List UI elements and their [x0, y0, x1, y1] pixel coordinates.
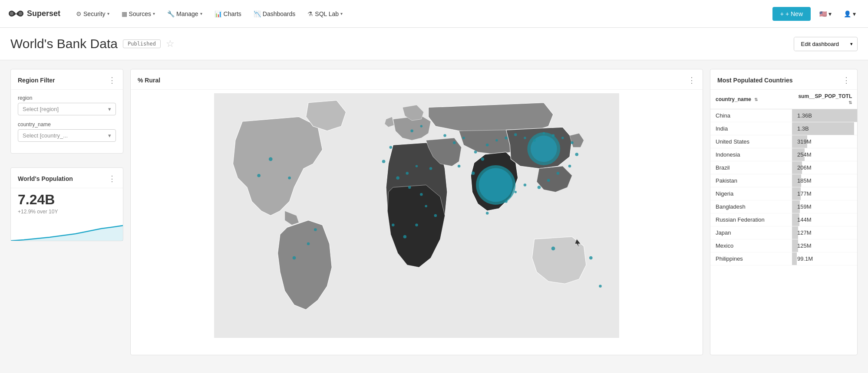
population-value-cell: 206M — [792, 161, 857, 174]
population-value: 7.24B — [11, 188, 123, 208]
country-name-cell: Bangladesh — [710, 200, 792, 213]
table-row: Russian Federation 144M — [710, 213, 857, 226]
country-name-cell: United States — [710, 135, 792, 148]
country-select-chevron-icon: ▾ — [108, 132, 111, 139]
map-body — [131, 90, 703, 341]
svg-point-15 — [382, 160, 386, 163]
region-filter-body: region Select [region] ▾ country_name Se… — [11, 90, 123, 153]
table-menu-icon[interactable]: ⋮ — [842, 75, 850, 85]
edit-dashboard-controls: Edit dashboard ▾ — [794, 37, 858, 51]
sources-chevron-icon: ▾ — [153, 11, 155, 16]
svg-point-51 — [434, 214, 437, 217]
dashboards-icon: 📉 — [254, 10, 261, 17]
nav-item-charts[interactable]: 📊 Charts — [209, 7, 247, 21]
svg-point-49 — [420, 193, 423, 196]
svg-point-29 — [543, 132, 545, 134]
population-panel: World's Population ⋮ 7.24B +12.9% over 1… — [10, 167, 123, 241]
table-title: Most Populated Countries — [717, 77, 792, 84]
svg-point-52 — [415, 223, 418, 226]
map-menu-icon[interactable]: ⋮ — [688, 75, 696, 85]
svg-point-30 — [552, 134, 555, 137]
table-row: Brazil 206M — [710, 161, 857, 174]
user-chevron-icon: ▾ — [853, 10, 856, 17]
country-select[interactable]: Select [country_... ▾ — [18, 129, 116, 142]
svg-point-39 — [515, 191, 517, 193]
nav-charts-label: Charts — [224, 10, 241, 17]
country-name-cell: Brazil — [710, 161, 792, 174]
col-population-header[interactable]: sum__SP_POP_TOTL ⇅ — [792, 90, 857, 109]
svg-point-46 — [406, 172, 409, 175]
new-button-label: + New — [785, 10, 803, 17]
country-name-cell: Pakistan — [710, 174, 792, 187]
language-selector[interactable]: 🇺🇸 ▾ — [816, 9, 835, 19]
table-row: Mexico 125M — [710, 239, 857, 252]
svg-point-8 — [269, 157, 273, 161]
svg-point-44 — [429, 167, 432, 170]
region-filter-menu-icon[interactable]: ⋮ — [108, 75, 116, 85]
population-value: 254M — [797, 151, 812, 158]
country-name-cell: China — [710, 109, 792, 122]
col-country-header[interactable]: country_name ⇅ — [710, 90, 792, 109]
population-sparkline — [11, 219, 123, 241]
svg-point-21 — [474, 151, 477, 154]
population-value-cell: 1.3B — [792, 122, 857, 135]
country-name-cell: Philippines — [710, 252, 792, 265]
language-chevron-icon: ▾ — [828, 10, 832, 17]
nav-item-security[interactable]: ⚙ Security ▾ — [71, 7, 115, 21]
edit-caret-icon: ▾ — [850, 41, 853, 46]
svg-point-38 — [524, 183, 527, 186]
svg-point-20 — [462, 137, 465, 139]
population-value-cell: 319M — [792, 135, 857, 148]
svg-point-22 — [481, 157, 485, 161]
nav-item-sources[interactable]: ▦ Sources ▾ — [116, 7, 160, 21]
nav-item-dashboards[interactable]: 📉 Dashboards — [248, 7, 301, 21]
population-value: 177M — [797, 190, 812, 197]
table-row: India 1.3B — [710, 122, 857, 135]
col-population-sort-icon: ⇅ — [848, 100, 852, 105]
user-icon: 👤 — [844, 10, 851, 17]
population-value-cell: 144M — [792, 213, 857, 226]
edit-dashboard-dropdown-button[interactable]: ▾ — [846, 38, 857, 50]
svg-point-16 — [410, 130, 413, 133]
nav-item-manage[interactable]: 🔧 Manage ▾ — [162, 7, 208, 21]
region-select-chevron-icon: ▾ — [108, 106, 111, 112]
svg-point-23 — [486, 144, 489, 147]
new-button[interactable]: + + New — [772, 7, 811, 21]
svg-point-41 — [486, 212, 489, 215]
population-value: 125M — [797, 242, 812, 249]
svg-point-5 — [479, 168, 513, 202]
svg-point-1 — [19, 11, 22, 15]
svg-point-53 — [403, 235, 407, 239]
population-value: 319M — [797, 138, 812, 145]
svg-point-31 — [561, 137, 564, 139]
svg-point-0 — [10, 11, 13, 15]
new-plus-icon: + — [780, 10, 784, 17]
brand-name: Superset — [27, 9, 60, 18]
brand-logo-icon — [9, 9, 23, 19]
col-population-label: sum__SP_POP_TOTL — [798, 93, 852, 99]
favorite-star-icon[interactable]: ☆ — [166, 38, 175, 49]
status-badge: Published — [123, 39, 161, 48]
svg-point-48 — [408, 186, 411, 189]
population-value-cell: 159M — [792, 200, 857, 213]
table-row: Pakistan 185M — [710, 174, 857, 187]
user-menu[interactable]: 👤 ▾ — [840, 9, 859, 19]
region-filter-header: Region Filter ⋮ — [11, 69, 123, 90]
region-select[interactable]: Select [region] ▾ — [18, 103, 116, 115]
region-select-value: Select [region] — [23, 106, 59, 112]
region-filter-title: Region Filter — [18, 77, 55, 84]
country-name-cell: Mexico — [710, 239, 792, 252]
brand-logo-link[interactable]: Superset — [9, 9, 60, 19]
map-panel: % Rural ⋮ — [130, 69, 703, 355]
svg-point-19 — [453, 141, 456, 144]
nav-item-sqllab[interactable]: ⚗ SQL Lab ▾ — [302, 7, 348, 21]
table-row: Japan 127M — [710, 226, 857, 239]
table-row: Philippines 99.1M — [710, 252, 857, 265]
population-value: 1.3B — [797, 125, 809, 132]
population-menu-icon[interactable]: ⋮ — [108, 174, 116, 183]
edit-dashboard-button[interactable]: Edit dashboard — [794, 37, 846, 51]
svg-point-56 — [589, 256, 593, 260]
table-row: Nigeria 177M — [710, 187, 857, 200]
population-value: 185M — [797, 177, 812, 184]
svg-point-37 — [538, 186, 541, 189]
